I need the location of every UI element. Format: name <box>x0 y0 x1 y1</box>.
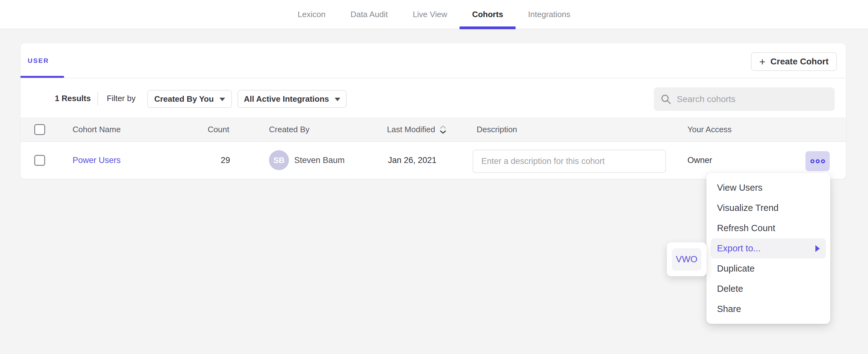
plus-icon: + <box>760 56 766 67</box>
chevron-down-icon <box>219 98 225 101</box>
filter-by-label: Filter by <box>107 94 135 103</box>
menu-item-view-users[interactable]: View Users <box>711 178 826 198</box>
last-modified-date: Jan 26, 2021 <box>388 142 436 179</box>
results-count: 1 Results <box>55 94 91 103</box>
menu-item-refresh-count[interactable]: Refresh Count <box>711 218 826 238</box>
more-icon <box>816 159 820 163</box>
col-your-access: Your Access <box>687 117 732 142</box>
submenu-arrow-icon <box>815 245 820 252</box>
more-icon <box>810 159 814 163</box>
more-icon <box>821 159 825 163</box>
tab-integrations[interactable]: Integrations <box>516 0 583 29</box>
menu-item-share[interactable]: Share <box>711 299 826 319</box>
select-all-checkbox[interactable] <box>34 124 45 135</box>
export-submenu: VWO <box>667 242 706 276</box>
integrations-dropdown[interactable]: All Active Integrations <box>238 90 346 108</box>
col-last-modified-label: Last Modified <box>387 125 435 134</box>
tab-user[interactable]: USER <box>28 57 49 64</box>
search-cohorts-box <box>654 88 835 111</box>
sort-icon[interactable] <box>440 125 446 134</box>
created-by-dropdown-label: Created By You <box>154 94 214 104</box>
col-last-modified[interactable]: Last Modified <box>387 117 446 142</box>
created-by-name: Steven Baum <box>294 142 345 179</box>
cohort-count: 29 <box>221 142 230 179</box>
cohorts-card: USER + Create Cohort 1 Results Filter by… <box>21 43 846 179</box>
tabs-divider <box>21 78 846 78</box>
menu-item-export-to-label: Export to... <box>717 243 761 254</box>
integrations-dropdown-label: All Active Integrations <box>244 94 329 104</box>
submenu-item-vwo[interactable]: VWO <box>672 248 702 270</box>
access-value: Owner <box>687 142 712 179</box>
col-cohort-name: Cohort Name <box>72 117 121 142</box>
menu-item-duplicate[interactable]: Duplicate <box>711 258 826 279</box>
search-icon <box>661 94 671 104</box>
chevron-down-icon <box>335 98 340 101</box>
filter-divider <box>97 92 98 106</box>
menu-item-export-to[interactable]: Export to... <box>711 238 826 258</box>
row-context-menu: View Users Visualize Trend Refresh Count… <box>706 173 830 324</box>
tab-data-audit[interactable]: Data Audit <box>338 0 400 29</box>
col-count: Count <box>208 117 229 142</box>
search-input[interactable] <box>677 94 828 104</box>
col-created-by: Created By <box>269 117 309 142</box>
col-description: Description <box>477 117 517 142</box>
top-nav: Lexicon Data Audit Live View Cohorts Int… <box>0 0 868 29</box>
tab-lexicon[interactable]: Lexicon <box>285 0 338 29</box>
create-cohort-label: Create Cohort <box>771 57 829 67</box>
cohort-name-link[interactable]: Power Users <box>72 142 121 179</box>
created-by-dropdown[interactable]: Created By You <box>147 90 232 108</box>
tab-cohorts[interactable]: Cohorts <box>460 0 516 29</box>
avatar: SB <box>269 150 289 170</box>
more-actions-button[interactable] <box>805 151 830 171</box>
table-header: Cohort Name Count Created By Last Modifi… <box>21 117 846 142</box>
description-input[interactable] <box>473 150 666 173</box>
menu-item-delete[interactable]: Delete <box>711 279 826 299</box>
menu-item-visualize-trend[interactable]: Visualize Trend <box>711 198 826 218</box>
tab-live-view[interactable]: Live View <box>400 0 460 29</box>
create-cohort-button[interactable]: + Create Cohort <box>751 52 837 71</box>
row-checkbox[interactable] <box>34 155 45 166</box>
